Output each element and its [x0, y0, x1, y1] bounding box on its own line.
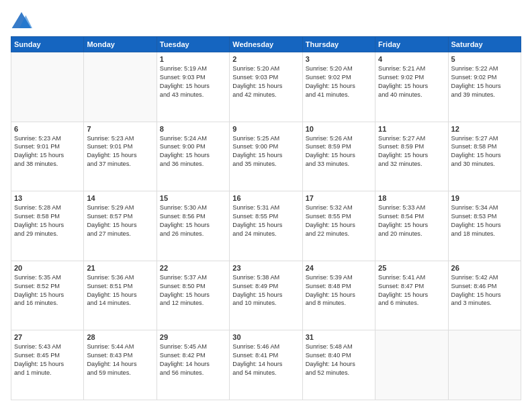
calendar-cell: 26Sunrise: 5:42 AM Sunset: 8:46 PM Dayli…	[448, 261, 521, 330]
day-number: 8	[160, 125, 226, 133]
calendar-cell: 15Sunrise: 5:30 AM Sunset: 8:56 PM Dayli…	[157, 191, 229, 261]
weekday-header-sunday: Sunday	[11, 37, 84, 52]
day-info: Sunrise: 5:45 AM Sunset: 8:42 PM Dayligh…	[160, 342, 226, 377]
day-number: 13	[14, 194, 81, 202]
day-info: Sunrise: 5:25 AM Sunset: 9:00 PM Dayligh…	[232, 134, 299, 169]
calendar-cell: 1Sunrise: 5:19 AM Sunset: 9:03 PM Daylig…	[157, 52, 229, 122]
calendar-cell: 10Sunrise: 5:26 AM Sunset: 8:59 PM Dayli…	[302, 122, 375, 191]
day-number: 23	[232, 264, 299, 272]
day-info: Sunrise: 5:39 AM Sunset: 8:48 PM Dayligh…	[306, 273, 372, 308]
day-info: Sunrise: 5:38 AM Sunset: 8:49 PM Dayligh…	[232, 273, 299, 308]
day-info: Sunrise: 5:20 AM Sunset: 9:03 PM Dayligh…	[232, 64, 299, 99]
day-number: 21	[87, 264, 153, 272]
day-info: Sunrise: 5:19 AM Sunset: 9:03 PM Dayligh…	[160, 64, 226, 99]
day-info: Sunrise: 5:30 AM Sunset: 8:56 PM Dayligh…	[160, 203, 226, 238]
calendar-week-2: 6Sunrise: 5:23 AM Sunset: 9:01 PM Daylig…	[11, 122, 521, 191]
day-number: 31	[306, 333, 372, 341]
calendar-cell: 6Sunrise: 5:23 AM Sunset: 9:01 PM Daylig…	[11, 122, 84, 191]
calendar-cell: 3Sunrise: 5:20 AM Sunset: 9:02 PM Daylig…	[302, 52, 375, 122]
calendar-cell	[84, 52, 157, 122]
calendar-cell: 12Sunrise: 5:27 AM Sunset: 8:58 PM Dayli…	[448, 122, 521, 191]
calendar-cell: 7Sunrise: 5:23 AM Sunset: 9:01 PM Daylig…	[84, 122, 157, 191]
day-number: 1	[160, 55, 226, 63]
calendar-cell: 22Sunrise: 5:37 AM Sunset: 8:50 PM Dayli…	[157, 261, 229, 330]
calendar-cell: 13Sunrise: 5:28 AM Sunset: 8:58 PM Dayli…	[11, 191, 84, 261]
day-number: 3	[306, 55, 372, 63]
calendar-week-5: 27Sunrise: 5:43 AM Sunset: 8:45 PM Dayli…	[11, 330, 521, 400]
calendar-cell: 21Sunrise: 5:36 AM Sunset: 8:51 PM Dayli…	[84, 261, 157, 330]
day-number: 26	[451, 264, 518, 272]
day-info: Sunrise: 5:37 AM Sunset: 8:50 PM Dayligh…	[160, 273, 226, 308]
calendar-week-4: 20Sunrise: 5:35 AM Sunset: 8:52 PM Dayli…	[11, 261, 521, 330]
day-number: 15	[160, 194, 226, 202]
calendar-cell: 23Sunrise: 5:38 AM Sunset: 8:49 PM Dayli…	[230, 261, 302, 330]
calendar-cell: 9Sunrise: 5:25 AM Sunset: 9:00 PM Daylig…	[230, 122, 302, 191]
weekday-header-monday: Monday	[84, 37, 157, 52]
day-number: 6	[14, 125, 81, 133]
day-info: Sunrise: 5:21 AM Sunset: 9:02 PM Dayligh…	[378, 64, 445, 99]
day-info: Sunrise: 5:32 AM Sunset: 8:55 PM Dayligh…	[306, 203, 372, 238]
day-info: Sunrise: 5:42 AM Sunset: 8:46 PM Dayligh…	[451, 273, 518, 308]
calendar-cell: 2Sunrise: 5:20 AM Sunset: 9:03 PM Daylig…	[230, 52, 302, 122]
page: SundayMondayTuesdayWednesdayThursdayFrid…	[0, 0, 532, 411]
weekday-header-thursday: Thursday	[302, 37, 375, 52]
day-number: 30	[232, 333, 299, 341]
day-info: Sunrise: 5:23 AM Sunset: 9:01 PM Dayligh…	[14, 134, 81, 169]
calendar-cell: 11Sunrise: 5:27 AM Sunset: 8:59 PM Dayli…	[375, 122, 448, 191]
day-info: Sunrise: 5:22 AM Sunset: 9:02 PM Dayligh…	[451, 64, 518, 99]
calendar-cell: 25Sunrise: 5:41 AM Sunset: 8:47 PM Dayli…	[375, 261, 448, 330]
day-number: 19	[451, 194, 518, 202]
day-number: 20	[14, 264, 81, 272]
day-info: Sunrise: 5:27 AM Sunset: 8:58 PM Dayligh…	[451, 134, 518, 169]
day-number: 24	[306, 264, 372, 272]
calendar-cell: 24Sunrise: 5:39 AM Sunset: 8:48 PM Dayli…	[302, 261, 375, 330]
day-number: 11	[378, 125, 445, 133]
day-info: Sunrise: 5:34 AM Sunset: 8:53 PM Dayligh…	[451, 203, 518, 238]
calendar-cell: 28Sunrise: 5:44 AM Sunset: 8:43 PM Dayli…	[84, 330, 157, 400]
day-number: 9	[232, 125, 299, 133]
calendar-cell: 14Sunrise: 5:29 AM Sunset: 8:57 PM Dayli…	[84, 191, 157, 261]
calendar-cell: 27Sunrise: 5:43 AM Sunset: 8:45 PM Dayli…	[11, 330, 84, 400]
calendar-cell	[11, 52, 84, 122]
weekday-header-friday: Friday	[375, 37, 448, 52]
day-info: Sunrise: 5:28 AM Sunset: 8:58 PM Dayligh…	[14, 203, 81, 238]
calendar-cell: 20Sunrise: 5:35 AM Sunset: 8:52 PM Dayli…	[11, 261, 84, 330]
day-number: 16	[232, 194, 299, 202]
calendar-cell: 18Sunrise: 5:33 AM Sunset: 8:54 PM Dayli…	[375, 191, 448, 261]
weekday-header-tuesday: Tuesday	[157, 37, 229, 52]
day-number: 7	[87, 125, 153, 133]
weekday-header-wednesday: Wednesday	[230, 37, 302, 52]
day-number: 17	[306, 194, 372, 202]
calendar-cell: 31Sunrise: 5:48 AM Sunset: 8:40 PM Dayli…	[302, 330, 375, 400]
calendar-cell: 17Sunrise: 5:32 AM Sunset: 8:55 PM Dayli…	[302, 191, 375, 261]
day-number: 29	[160, 333, 226, 341]
day-number: 27	[14, 333, 81, 341]
day-number: 10	[306, 125, 372, 133]
day-info: Sunrise: 5:23 AM Sunset: 9:01 PM Dayligh…	[87, 134, 153, 169]
day-info: Sunrise: 5:33 AM Sunset: 8:54 PM Dayligh…	[378, 203, 445, 238]
calendar-cell: 30Sunrise: 5:46 AM Sunset: 8:41 PM Dayli…	[230, 330, 302, 400]
day-info: Sunrise: 5:31 AM Sunset: 8:55 PM Dayligh…	[232, 203, 299, 238]
day-number: 4	[378, 55, 445, 63]
calendar-cell: 8Sunrise: 5:24 AM Sunset: 9:00 PM Daylig…	[157, 122, 229, 191]
day-info: Sunrise: 5:44 AM Sunset: 8:43 PM Dayligh…	[87, 342, 153, 377]
day-info: Sunrise: 5:20 AM Sunset: 9:02 PM Dayligh…	[306, 64, 372, 99]
calendar-cell: 19Sunrise: 5:34 AM Sunset: 8:53 PM Dayli…	[448, 191, 521, 261]
logo-icon	[11, 11, 32, 30]
day-info: Sunrise: 5:43 AM Sunset: 8:45 PM Dayligh…	[14, 342, 81, 377]
day-number: 28	[87, 333, 153, 341]
calendar-cell	[375, 330, 448, 400]
day-info: Sunrise: 5:46 AM Sunset: 8:41 PM Dayligh…	[232, 342, 299, 377]
day-info: Sunrise: 5:24 AM Sunset: 9:00 PM Dayligh…	[160, 134, 226, 169]
day-number: 25	[378, 264, 445, 272]
day-number: 18	[378, 194, 445, 202]
day-info: Sunrise: 5:35 AM Sunset: 8:52 PM Dayligh…	[14, 273, 81, 308]
header	[11, 11, 521, 30]
day-number: 12	[451, 125, 518, 133]
calendar-cell: 16Sunrise: 5:31 AM Sunset: 8:55 PM Dayli…	[230, 191, 302, 261]
weekday-header-saturday: Saturday	[448, 37, 521, 52]
calendar-cell	[448, 330, 521, 400]
day-info: Sunrise: 5:29 AM Sunset: 8:57 PM Dayligh…	[87, 203, 153, 238]
day-info: Sunrise: 5:27 AM Sunset: 8:59 PM Dayligh…	[378, 134, 445, 169]
logo	[11, 11, 35, 30]
